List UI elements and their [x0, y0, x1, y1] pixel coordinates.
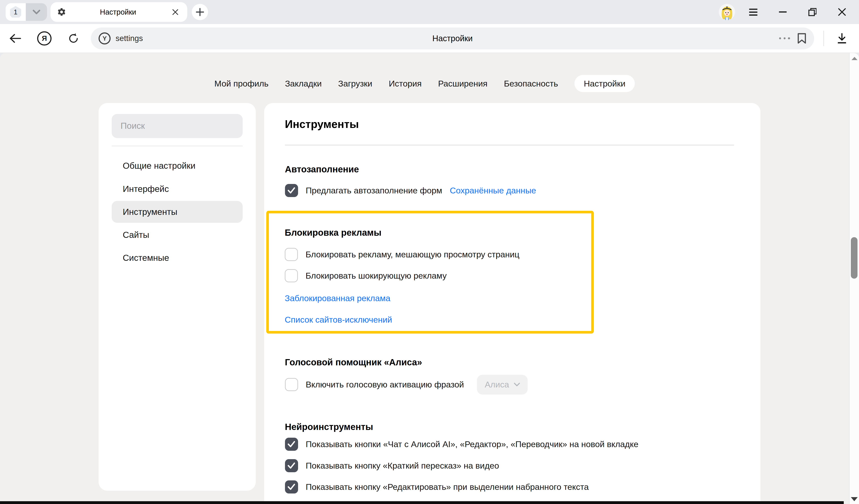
address-bar[interactable]: Y settings Настройки: [91, 28, 814, 49]
check-icon: [288, 484, 295, 490]
reload-button[interactable]: [63, 29, 83, 48]
page-title: Настройки: [91, 34, 814, 43]
neuro-video-summary-label: Показывать кнопку «Краткий пересказ» на …: [305, 461, 499, 471]
scroll-down-arrow-icon[interactable]: [851, 497, 858, 501]
chevron-down-icon: [33, 10, 40, 15]
download-icon: [837, 33, 847, 44]
neuro-row-edit-button: Показывать кнопку «Редактировать» при вы…: [285, 479, 760, 494]
neuro-newtab-checkbox[interactable]: [285, 438, 298, 451]
neuro-tools-heading: Нейроинструменты: [285, 422, 760, 432]
neuro-row-newtab-buttons: Показывать кнопки «Чат с Алисой AI», «Ре…: [285, 437, 760, 452]
yandex-home-button[interactable]: Я: [34, 29, 54, 48]
sidebar-search-input[interactable]: [112, 114, 243, 138]
nav-tab-bookmarks[interactable]: Закладки: [285, 75, 322, 92]
address-text: settings: [116, 34, 143, 43]
adblock-row-annoying: Блокировать рекламу, мешающую просмотру …: [285, 247, 581, 262]
check-icon: [288, 462, 295, 469]
nav-tab-history[interactable]: История: [389, 75, 422, 92]
new-tab-button[interactable]: [192, 4, 208, 20]
sidebar-list: Общие настройки Интерфейс Инструменты Са…: [112, 155, 243, 269]
tab-counter-control: 1: [5, 3, 47, 21]
nav-tab-downloads[interactable]: Загрузки: [338, 75, 372, 92]
nav-tab-extensions[interactable]: Расширения: [438, 75, 487, 92]
sidebar-item-interface[interactable]: Интерфейс: [112, 178, 243, 200]
sidebar-item-sites[interactable]: Сайты: [112, 224, 243, 246]
more-actions-icon[interactable]: [779, 37, 790, 39]
voice-activation-row: Включить голосовую активацию фразой Алис…: [285, 375, 760, 395]
block-shocking-ads-checkbox[interactable]: [285, 269, 298, 282]
close-icon: [838, 8, 846, 16]
voice-activation-label: Включить голосовую активацию фразой: [305, 380, 464, 390]
toolbar-divider: [823, 31, 824, 46]
block-annoying-ads-label: Блокировать рекламу, мешающую просмотру …: [305, 250, 519, 259]
sidebar-item-general[interactable]: Общие настройки: [112, 155, 243, 177]
minimize-button[interactable]: [771, 4, 794, 20]
settings-page: Мой профиль Закладки Загрузки История Ра…: [0, 53, 859, 504]
bookmark-icon[interactable]: [797, 33, 807, 44]
tab-list-dropdown-button[interactable]: [26, 3, 47, 21]
site-exceptions-link[interactable]: Список сайтов-исключений: [285, 315, 392, 324]
neuro-video-summary-checkbox[interactable]: [285, 459, 298, 472]
nav-tab-security[interactable]: Безопасность: [504, 75, 558, 92]
activation-phrase-value: Алиса: [485, 380, 509, 390]
profile-avatar[interactable]: [719, 4, 735, 20]
page-heading: Инструменты: [285, 117, 760, 131]
tab-counter-button[interactable]: 1: [5, 3, 26, 21]
settings-nav-tabs: Мой профиль Закладки Загрузки История Ра…: [0, 75, 849, 92]
minimize-icon: [779, 11, 787, 13]
hamburger-icon: [749, 9, 758, 16]
gear-icon: [57, 7, 66, 17]
downloads-button[interactable]: [832, 29, 852, 48]
block-annoying-ads-checkbox[interactable]: [285, 248, 298, 261]
tab-strip: 1 Настройки: [0, 0, 859, 24]
settings-sidebar: Общие настройки Интерфейс Инструменты Са…: [99, 103, 256, 491]
blocked-ads-link[interactable]: Заблокированная реклама: [285, 293, 390, 303]
tab-title: Настройки: [66, 8, 170, 16]
chevron-down-icon: [514, 383, 520, 386]
close-window-button[interactable]: [830, 4, 854, 20]
sidebar-item-system[interactable]: Системные: [112, 247, 243, 269]
sidebar-item-tools[interactable]: Инструменты: [112, 201, 243, 223]
yandex-logo-icon: Я: [37, 31, 51, 46]
tab-close-button[interactable]: [170, 7, 181, 18]
voice-activation-checkbox[interactable]: [285, 378, 298, 391]
menu-button[interactable]: [742, 4, 765, 20]
nav-tab-profile[interactable]: Мой профиль: [214, 75, 269, 92]
neuro-row-video-summary: Показывать кнопку «Краткий пересказ» на …: [285, 458, 760, 473]
autofill-checkbox[interactable]: [285, 184, 298, 197]
avatar-image: [719, 4, 735, 20]
heading-divider: [285, 144, 734, 146]
autofill-row: Предлагать автозаполнение форм Сохранённ…: [285, 183, 760, 198]
back-arrow-icon: [9, 33, 21, 43]
close-icon: [172, 9, 179, 15]
autofill-heading: Автозаполнение: [285, 164, 760, 174]
check-icon: [288, 187, 295, 194]
scrollbar-thumb[interactable]: [851, 237, 858, 279]
restore-button[interactable]: [801, 4, 824, 20]
plus-icon: [196, 8, 204, 16]
tab-settings[interactable]: Настройки: [50, 2, 187, 22]
adblock-highlight-box: Блокировка рекламы Блокировать рекламу, …: [266, 211, 594, 334]
block-shocking-ads-label: Блокировать шокирующую рекламу: [305, 271, 447, 280]
back-button[interactable]: [5, 29, 25, 48]
site-icon: Y: [99, 32, 110, 44]
autofill-checkbox-label: Предлагать автозаполнение форм: [305, 186, 442, 195]
vertical-scrollbar[interactable]: [849, 53, 859, 504]
browser-window: 1 Настройки: [0, 0, 859, 504]
scroll-up-arrow-icon[interactable]: [852, 57, 858, 60]
adblock-row-shocking: Блокировать шокирующую рекламу: [285, 268, 581, 283]
neuro-edit-label: Показывать кнопку «Редактировать» при вы…: [305, 482, 589, 492]
window-controls: [719, 4, 854, 20]
tab-count-badge: 1: [10, 6, 22, 18]
neuro-edit-checkbox[interactable]: [285, 480, 298, 493]
bottom-edge-bar: [0, 501, 844, 504]
saved-data-link[interactable]: Сохранённые данные: [450, 186, 536, 195]
activation-phrase-select[interactable]: Алиса: [477, 375, 528, 395]
check-icon: [288, 441, 295, 447]
settings-content: Инструменты Автозаполнение Предлагать ав…: [264, 103, 760, 504]
nav-tab-settings[interactable]: Настройки: [574, 75, 635, 92]
restore-icon: [808, 8, 816, 16]
reload-icon: [67, 32, 79, 44]
adblock-heading: Блокировка рекламы: [285, 228, 581, 238]
voice-assistant-heading: Голосовой помощник «Алиса»: [285, 357, 760, 367]
